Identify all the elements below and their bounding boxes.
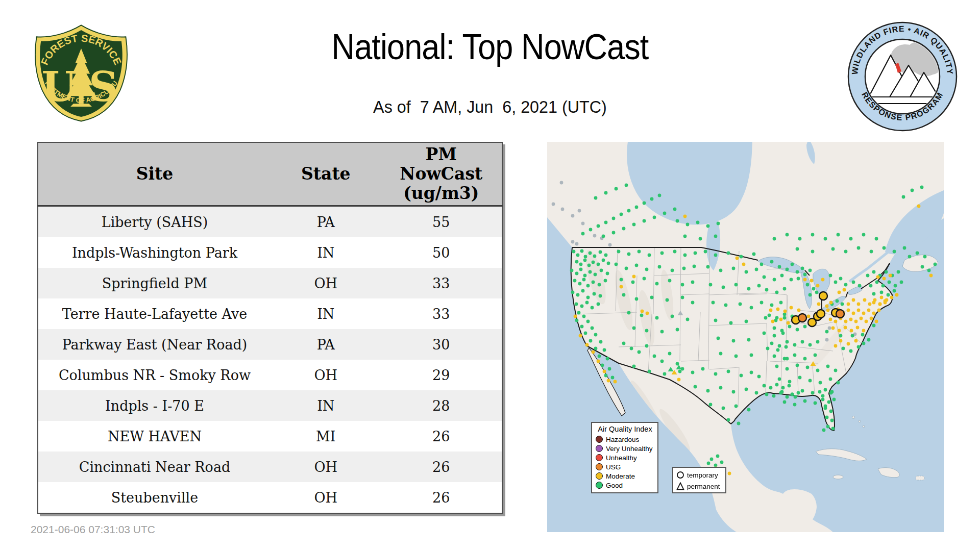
- monitor-dot-moderate: [870, 317, 873, 320]
- marker-type-items: temporarypermanent: [676, 469, 723, 492]
- monitor-dot-good: [803, 357, 807, 361]
- monitor-dot-good: [587, 264, 591, 267]
- monitor-dot-good: [783, 357, 787, 361]
- monitor-dot-good: [658, 194, 662, 197]
- site-cell: Liberty (SAHS): [38, 206, 271, 238]
- monitor-dot-good: [584, 255, 587, 259]
- monitor-dot-good: [781, 386, 785, 390]
- monitor-dot-moderate: [863, 298, 867, 302]
- monitor-dot-moderate: [769, 309, 773, 312]
- monitor-dot-good: [737, 422, 741, 425]
- monitor-dot-good: [786, 367, 789, 371]
- monitor-dot-good: [582, 278, 586, 282]
- monitor-dot-good: [872, 292, 876, 296]
- monitor-dot-good: [583, 274, 587, 278]
- monitor-dot-good: [897, 270, 900, 274]
- monitor-dot-moderate: [847, 342, 850, 346]
- monitor-dot-good: [575, 272, 579, 276]
- monitor-dot-moderate: [579, 334, 582, 338]
- monitor-dot-good: [706, 389, 710, 393]
- table-row: Liberty (SAHS)PA55: [38, 206, 502, 238]
- monitor-dot-good: [714, 235, 718, 238]
- monitor-dot-good: [611, 376, 615, 380]
- monitor-dot-moderate: [856, 326, 860, 330]
- monitor-dot-good: [720, 461, 724, 464]
- monitor-dot-good: [812, 287, 816, 291]
- monitor-dot-good: [837, 381, 840, 385]
- monitor-dot-moderate: [825, 305, 829, 308]
- monitor-dot-good: [773, 237, 776, 241]
- monitor-dot-good: [717, 337, 720, 340]
- monitor-dot-good: [875, 281, 879, 284]
- monitor-dot-good: [709, 283, 713, 287]
- monitor-dot-good: [870, 250, 873, 254]
- monitor-dot-moderate: [865, 320, 868, 323]
- site-cell: Terre Haute-Lafayette Ave: [38, 298, 271, 329]
- monitor-dot-good: [797, 277, 800, 281]
- monitor-dot-good: [579, 268, 583, 271]
- monitor-dot-good: [648, 254, 651, 257]
- monitor-dot-good: [709, 403, 713, 407]
- monitor-dot-good: [793, 354, 797, 357]
- monitor-dot-good: [793, 403, 797, 407]
- monitor-dot-moderate: [585, 343, 589, 347]
- monitor-dot-good: [586, 284, 590, 288]
- monitor-dot-good: [766, 347, 770, 350]
- monitor-dot-good: [586, 296, 590, 299]
- monitor-dot-good: [798, 237, 802, 241]
- monitor-dot-moderate: [844, 326, 847, 330]
- monitor-dot-good: [849, 237, 853, 241]
- monitor-dot-good: [837, 233, 840, 237]
- monitor-dot-good: [714, 319, 718, 322]
- pm-nowcast-cell: 26: [381, 452, 502, 482]
- monitor-dot-good: [770, 304, 774, 307]
- monitor-dot-moderate: [852, 312, 855, 315]
- monitor-dot-good: [778, 265, 781, 269]
- monitor-dot-good: [830, 419, 834, 422]
- monitor-dot-good: [655, 282, 659, 286]
- monitor-dot-moderate: [607, 379, 610, 383]
- monitor-dot-good: [650, 197, 654, 201]
- monitor-dot-good: [622, 293, 626, 297]
- monitor-dot-good: [745, 388, 748, 391]
- monitor-dot-moderate: [849, 318, 853, 321]
- monitor-dot-good: [831, 247, 835, 251]
- monitor-dot-moderate: [620, 285, 623, 289]
- monitor-dot-good: [727, 370, 730, 373]
- monitor-dot-good: [727, 252, 730, 255]
- monitor-dot-moderate: [829, 301, 833, 305]
- monitor-dot-good: [722, 286, 725, 289]
- monitor-dot-gray: [560, 181, 564, 185]
- site-cell: NEW HAVEN: [38, 421, 271, 452]
- monitor-dot-good: [881, 284, 885, 288]
- monitor-dot-good: [796, 364, 799, 367]
- monitor-dot-good: [620, 213, 623, 216]
- monitor-dot-good: [816, 369, 820, 372]
- monitor-dot-good: [638, 350, 641, 354]
- monitor-dot-good: [769, 386, 773, 390]
- monitor-dot-good: [597, 224, 600, 228]
- aqi-swatch-icon: [596, 482, 603, 489]
- monitor-dot-good: [920, 186, 924, 189]
- monitor-dot-good: [571, 291, 575, 294]
- monitor-dot-moderate: [868, 303, 872, 306]
- aqi-legend-item: Unhealthy: [596, 453, 654, 462]
- monitor-dot-moderate: [917, 205, 921, 208]
- table-row: Parkway East (Near Road)PA30: [38, 329, 502, 360]
- pm-nowcast-cell: 50: [381, 237, 502, 268]
- monitor-dot-moderate: [883, 277, 886, 281]
- monitor-dot-moderate: [844, 320, 848, 323]
- aqi-swatch-icon: [596, 463, 603, 470]
- monitor-dot-good: [597, 303, 600, 306]
- monitor-dot-good: [671, 315, 674, 318]
- monitor-dot-good: [773, 334, 776, 338]
- monitor-dot-good: [612, 217, 616, 220]
- monitor-dot-good: [857, 345, 861, 349]
- monitor-dot-moderate: [728, 472, 731, 475]
- monitor-dot-gray: [575, 242, 579, 246]
- monitor-dot-good: [791, 393, 794, 396]
- monitor-dot-good: [788, 380, 792, 384]
- monitor-dot-good: [603, 348, 606, 352]
- state-cell: OH: [271, 360, 381, 390]
- monitor-dot-good: [768, 314, 771, 317]
